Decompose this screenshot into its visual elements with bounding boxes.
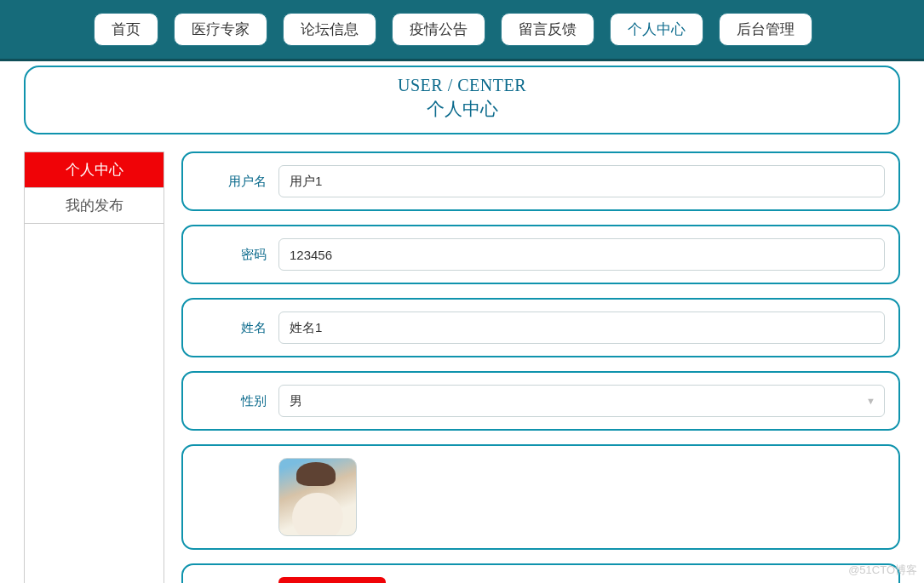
content-area: 个人中心 我的发布 用户名 密码 姓名 性别 男 ▼ bbox=[0, 134, 924, 583]
sidebar-item-my-posts[interactable]: 我的发布 bbox=[25, 188, 164, 224]
input-password[interactable] bbox=[278, 238, 885, 271]
label-gender: 性别 bbox=[183, 393, 278, 409]
nav-user-center[interactable]: 个人中心 bbox=[610, 13, 703, 46]
page-title-en: USER / CENTER bbox=[26, 76, 898, 95]
label-password: 密码 bbox=[183, 247, 278, 263]
select-gender[interactable]: 男 ▼ bbox=[278, 385, 885, 417]
form-row-gender: 性别 男 ▼ bbox=[181, 371, 900, 431]
label-username: 用户名 bbox=[183, 174, 278, 190]
page-title-cn: 个人中心 bbox=[26, 97, 898, 121]
input-name[interactable] bbox=[278, 312, 885, 344]
avatar[interactable] bbox=[278, 458, 357, 536]
form-row-password: 密码 bbox=[181, 225, 900, 284]
form-row-upload: 上传图片 bbox=[181, 563, 900, 583]
nav-admin[interactable]: 后台管理 bbox=[719, 13, 812, 46]
sidebar-item-user-center[interactable]: 个人中心 bbox=[25, 152, 164, 188]
nav-feedback[interactable]: 留言反馈 bbox=[501, 13, 594, 46]
form-row-name: 姓名 bbox=[181, 298, 900, 357]
nav-home[interactable]: 首页 bbox=[94, 13, 158, 46]
form-row-username: 用户名 bbox=[181, 151, 900, 211]
label-name: 姓名 bbox=[183, 320, 278, 336]
watermark: @51CTO博客 bbox=[848, 563, 917, 578]
upload-image-button[interactable]: 上传图片 bbox=[278, 577, 386, 583]
form-row-avatar bbox=[181, 444, 900, 550]
nav-experts[interactable]: 医疗专家 bbox=[174, 13, 267, 46]
sidebar: 个人中心 我的发布 bbox=[24, 151, 164, 583]
nav-announce[interactable]: 疫情公告 bbox=[392, 13, 485, 46]
select-gender-value: 男 bbox=[290, 393, 302, 409]
top-navbar: 首页 医疗专家 论坛信息 疫情公告 留言反馈 个人中心 后台管理 bbox=[0, 0, 924, 61]
input-username[interactable] bbox=[278, 165, 885, 197]
chevron-down-icon: ▼ bbox=[866, 396, 875, 406]
form-area: 用户名 密码 姓名 性别 男 ▼ bbox=[181, 151, 900, 583]
nav-forum[interactable]: 论坛信息 bbox=[283, 13, 376, 46]
page-title-card: USER / CENTER 个人中心 bbox=[24, 66, 900, 134]
